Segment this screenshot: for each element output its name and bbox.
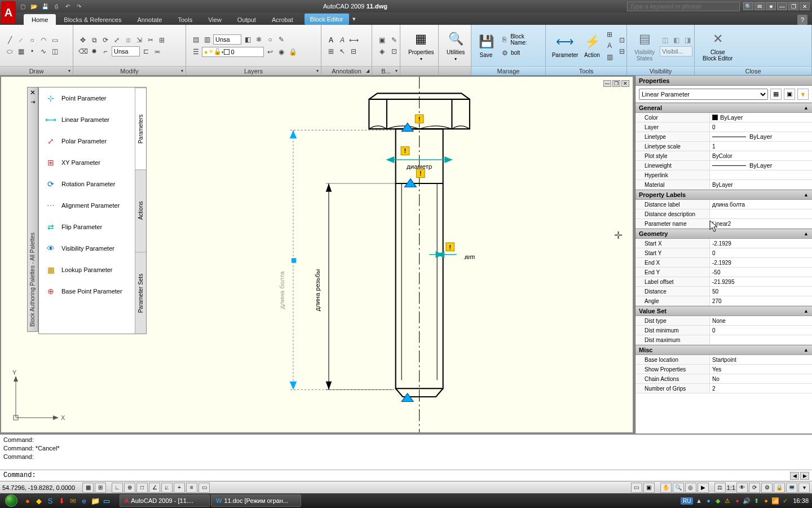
layerlock-icon[interactable]: 🔒: [288, 47, 298, 57]
tray-icon[interactable]: 📶: [771, 497, 779, 505]
param-xy[interactable]: ⊞XY Parameter: [39, 152, 135, 173]
join-icon[interactable]: ⫘: [152, 46, 162, 56]
trim-icon[interactable]: ✂: [145, 35, 156, 45]
selectobj-icon[interactable]: ▣: [784, 89, 795, 100]
section-geometry[interactable]: Geometry▲: [636, 229, 812, 239]
palette-tab-paramsets[interactable]: Parameter Sets: [135, 252, 146, 334]
pan-icon[interactable]: ✋: [660, 483, 672, 493]
tray-icon[interactable]: ⚠: [723, 497, 731, 505]
annoauto-icon[interactable]: ⟳: [749, 483, 760, 493]
ql-explorer[interactable]: 📁: [90, 496, 100, 506]
array-icon[interactable]: ⊞: [157, 35, 167, 45]
erase-icon[interactable]: ⌫: [78, 46, 88, 56]
save-block-button[interactable]: 💾 Save: [476, 27, 496, 65]
panel-modify-title[interactable]: Modify▾: [73, 66, 186, 75]
qat-save-icon[interactable]: 💾: [41, 2, 50, 11]
saveas-block-icon[interactable]: ⎘: [500, 34, 509, 45]
quickselect-icon[interactable]: ▦: [770, 89, 782, 100]
param-alignment[interactable]: ⋯Alignment Parameter: [39, 195, 135, 216]
filter-icon[interactable]: ▼: [797, 89, 809, 100]
model-toggle[interactable]: ▭: [631, 483, 642, 493]
infocenter-search[interactable]: [627, 2, 740, 11]
tray-icon[interactable]: ◆: [714, 497, 722, 505]
param-rotation[interactable]: ⟳Rotation Parameter: [39, 173, 135, 195]
tray-icon[interactable]: ⬆: [752, 497, 760, 505]
stretch-icon[interactable]: ⇲: [134, 35, 144, 45]
tab-blocks[interactable]: Blocks & References: [56, 14, 129, 25]
lwt-toggle[interactable]: ≡: [186, 483, 197, 493]
close-button[interactable]: ✕: [800, 2, 810, 10]
cmd-scroll-right[interactable]: ▶: [800, 472, 809, 480]
layeroff-icon[interactable]: ○: [265, 34, 275, 45]
ql-app3[interactable]: ⬇: [56, 496, 67, 506]
tab-acrobat[interactable]: Acrobat: [264, 14, 301, 25]
status-scale[interactable]: 1:1: [727, 484, 735, 491]
layerfreeze-icon[interactable]: ❄: [254, 34, 264, 45]
layer-combo[interactable]: ●☀🔓▪ 0: [202, 47, 264, 57]
create-block-icon[interactable]: ◈: [377, 46, 387, 56]
panel-draw-title[interactable]: Draw▾: [0, 66, 73, 75]
ortho-toggle[interactable]: ∟: [112, 483, 123, 493]
annovis-icon[interactable]: 👁: [736, 483, 748, 493]
mirror-icon[interactable]: ⎅: [123, 35, 133, 45]
annoscale-icon[interactable]: ⚖: [714, 483, 726, 493]
search-button[interactable]: 🔍: [743, 2, 753, 10]
insert-block-icon[interactable]: ▣: [377, 35, 387, 45]
ql-app1[interactable]: ●: [23, 496, 33, 506]
tray-icon[interactable]: ●: [733, 497, 741, 504]
language-indicator[interactable]: RU: [681, 497, 693, 505]
copy-icon[interactable]: ⧉: [89, 35, 99, 45]
tab-minimize-arrow[interactable]: ▾: [349, 13, 359, 25]
param-lookup[interactable]: ▦Lookup Parameter: [39, 259, 135, 281]
section-general[interactable]: General▲: [636, 103, 812, 113]
rectangle-icon[interactable]: ▭: [50, 35, 60, 45]
layerstate-icon[interactable]: ▥: [202, 34, 212, 45]
palette-titlebar[interactable]: ✕ ⇥ Block Authoring Palettes - All Palet…: [27, 87, 38, 332]
point-icon[interactable]: •: [27, 46, 37, 56]
palette-close-icon[interactable]: ✕: [29, 89, 37, 97]
rotate-icon[interactable]: ⟳: [100, 35, 111, 45]
palette-pin-icon[interactable]: ⇥: [29, 98, 37, 106]
favorites-icon[interactable]: ★: [766, 2, 776, 10]
status-coords[interactable]: 54.7296, -19.8282, 0.0000: [2, 484, 81, 491]
ws-icon[interactable]: ⚙: [761, 483, 773, 493]
param-visibility[interactable]: 👁Visibility Parameter: [39, 238, 135, 259]
line-icon[interactable]: ╱: [5, 35, 15, 45]
properties-grid[interactable]: General▲ ColorByLayer Layer0 LinetypeByL…: [636, 103, 812, 433]
tool2-icon[interactable]: ⊟: [617, 46, 627, 56]
task-autocad[interactable]: AAutoCAD 2009 - [11....: [120, 494, 210, 507]
layerlist-icon[interactable]: ☰: [191, 47, 201, 57]
param-basepoint[interactable]: ⊕Base Point Parameter: [39, 281, 135, 302]
command-history[interactable]: Command: Command: *Cancel* Command:: [0, 435, 812, 470]
ql-app2[interactable]: ◆: [34, 496, 44, 506]
hardware-icon[interactable]: 💻: [786, 483, 797, 493]
properties-object-selector[interactable]: Linear Parameter: [639, 89, 768, 100]
spline-icon[interactable]: ∿: [38, 46, 48, 56]
maximize-button[interactable]: ❐: [788, 2, 798, 10]
palette-icon[interactable]: ▥: [604, 52, 615, 62]
scale-icon[interactable]: ⤢: [112, 35, 122, 45]
block-wizard-icon[interactable]: ⚙: [500, 48, 510, 58]
param-polar[interactable]: ⤢Polar Parameter: [39, 130, 135, 152]
comm-center-icon[interactable]: ✉: [754, 2, 765, 10]
linetype-combo[interactable]: Unsa: [213, 34, 241, 45]
text-icon[interactable]: A: [337, 35, 347, 45]
tray-icon[interactable]: ✓: [781, 497, 789, 505]
tab-block-editor[interactable]: Block Editor: [304, 14, 349, 25]
ql-ie[interactable]: e: [79, 496, 89, 506]
qat-redo-icon[interactable]: ↷: [74, 2, 83, 11]
layerprev-icon[interactable]: ↩: [265, 47, 275, 57]
arc-icon[interactable]: ◠: [38, 35, 48, 45]
tray-icon[interactable]: 🔊: [743, 497, 751, 505]
qat-undo-icon[interactable]: ↶: [63, 2, 72, 11]
tab-tools[interactable]: Tools: [170, 14, 201, 25]
move-icon[interactable]: ✥: [78, 35, 88, 45]
osnap-toggle[interactable]: □: [136, 483, 148, 493]
cmd-scroll-left[interactable]: ◀: [790, 472, 799, 480]
polar-toggle[interactable]: ⊕: [124, 483, 135, 493]
panel-annotation-title[interactable]: Annotation◢: [321, 66, 372, 75]
table-icon[interactable]: ⊞: [326, 46, 336, 56]
ducs-toggle[interactable]: ⟀: [161, 483, 173, 493]
cleanup-icon[interactable]: ▾: [798, 483, 810, 493]
visstates-button[interactable]: ▤ Visibility States: [632, 27, 657, 65]
